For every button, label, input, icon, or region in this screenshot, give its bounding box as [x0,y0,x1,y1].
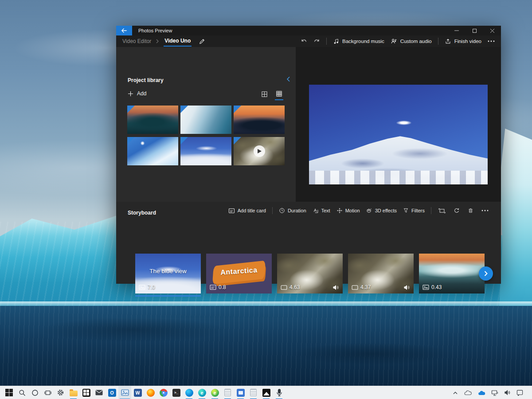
taskbar-edge-canary[interactable]: e [208,386,221,399]
taskbar-photos[interactable] [118,386,131,399]
taskbar-outlook[interactable]: O [106,386,118,399]
search-icon [19,389,26,396]
filter-icon [403,207,409,214]
duration-button[interactable]: Duration [279,207,306,214]
taskbar-notepad[interactable] [221,386,234,399]
motion-icon [336,207,343,214]
taskbar-chrome[interactable] [157,386,170,399]
taskbar-microsoft-store[interactable] [80,386,93,399]
taskbar-movies-tv[interactable] [234,386,247,399]
notepad-icon [224,389,231,396]
volume-icon[interactable] [504,390,511,395]
maximize-button[interactable] [466,26,483,35]
grid-view-large-button[interactable] [275,90,283,100]
project-library-panel: Project library Add [116,47,296,202]
text-button[interactable]: Text [313,207,330,214]
breadcrumb-project-name[interactable]: Video Uno [164,36,192,47]
action-center-button[interactable] [516,390,523,396]
delete-button[interactable] [467,207,474,215]
close-button[interactable] [483,26,501,35]
selected-corner-badge [127,137,135,145]
clip-duration-badge: 0.43 [422,284,442,290]
taskbar-firefox[interactable] [144,386,157,399]
redo-button[interactable] [313,38,320,44]
settings-button[interactable] [54,386,67,399]
more-icon [488,40,495,42]
clip-stream-video-2[interactable]: 4.37 [348,254,414,293]
onedrive-icon[interactable] [464,390,472,395]
background-music-button[interactable]: Background music [333,38,384,44]
resize-frame-button[interactable] [438,207,446,215]
plus-icon [128,91,133,97]
grid-view-small-button[interactable] [260,90,269,100]
more-options-button[interactable] [488,40,495,42]
taskbar-edge[interactable] [183,386,196,399]
redo-icon [313,38,320,44]
add-title-card-button[interactable]: Add title card [228,208,266,214]
clip-iceberg-image[interactable]: 0.43 [419,254,485,293]
chevron-right-icon [484,270,488,277]
back-arrow-icon [121,28,127,33]
finish-video-button[interactable]: Finish video [445,38,481,44]
finish-video-label: Finish video [454,39,481,44]
storyboard-more-button[interactable] [481,209,489,212]
duration-label: Duration [288,208,306,213]
app-title: Photos Preview [138,28,172,33]
clip-duration: 7.0 [148,284,155,290]
preview-peak-cloud [396,121,411,125]
cube-3d-icon [366,207,372,214]
more-icon [481,210,489,211]
outlook-icon: O [108,389,116,397]
taskbar-voice-recorder[interactable] [273,386,286,399]
title-bar: Photos Preview [116,26,501,35]
project-library-title: Project library [128,77,164,83]
cortana-button[interactable] [28,386,41,399]
taskbar-notepad-2[interactable] [247,386,260,399]
library-thumbnail-iceberg-sunset[interactable] [127,106,178,134]
breadcrumb-video-editor[interactable]: Video Editor [122,38,151,44]
search-button[interactable] [16,386,28,399]
toolbar-divider [272,207,273,214]
taskbar-command-prompt[interactable]: >_ [170,386,183,399]
undo-button[interactable] [301,38,307,44]
view-toggles [260,90,283,100]
taskbar-photos-legacy[interactable] [260,386,273,399]
clip-stream-video-1[interactable]: 4.63 [277,254,343,293]
taskbar-word[interactable]: W [131,386,144,399]
back-button[interactable] [116,26,132,35]
microphone-icon [277,389,282,396]
library-thumbnail-mountain[interactable] [180,137,231,165]
taskbar-file-explorer[interactable] [67,386,80,399]
network-icon[interactable] [491,390,498,396]
library-thumbnail-blue-ice[interactable] [127,137,178,165]
library-thumbnail-iceberg-silhouette[interactable] [234,106,285,134]
3d-effects-label: 3D effects [375,208,397,213]
taskbar-edge-beta[interactable]: e [196,386,208,399]
taskbar-mail[interactable] [93,386,106,399]
onedrive-personal-icon[interactable] [477,390,485,395]
filters-button[interactable]: Filters [403,207,425,214]
motion-label: Motion [345,208,360,213]
task-view-button[interactable] [41,386,54,399]
clip-antarctica-title-card[interactable]: Antarctica 0.8 [206,254,272,293]
selected-corner-badge [180,137,188,145]
tray-expand-button[interactable] [453,391,458,395]
windows-logo-icon [5,389,13,396]
library-thumbnail-ice-closeup[interactable] [180,106,231,134]
rename-project-button[interactable] [198,37,206,46]
clip-the-blue-view[interactable]: The blue view 7.0 [135,254,201,293]
scroll-next-button[interactable] [479,266,493,281]
add-media-button[interactable]: Add [128,90,146,97]
3d-effects-button[interactable]: 3D effects [366,207,397,214]
rotate-button[interactable] [453,207,461,215]
minimize-button[interactable] [448,26,466,35]
clip-title-overlay: The blue view [135,268,201,274]
folder-icon [70,391,78,396]
window-controls [448,26,501,35]
collapse-library-button[interactable] [286,76,290,82]
custom-audio-button[interactable]: Custom audio [391,38,432,44]
library-thumbnail-stream-video[interactable] [234,137,285,165]
video-preview[interactable] [309,85,488,184]
start-button[interactable] [3,386,16,399]
motion-button[interactable]: Motion [336,207,360,214]
